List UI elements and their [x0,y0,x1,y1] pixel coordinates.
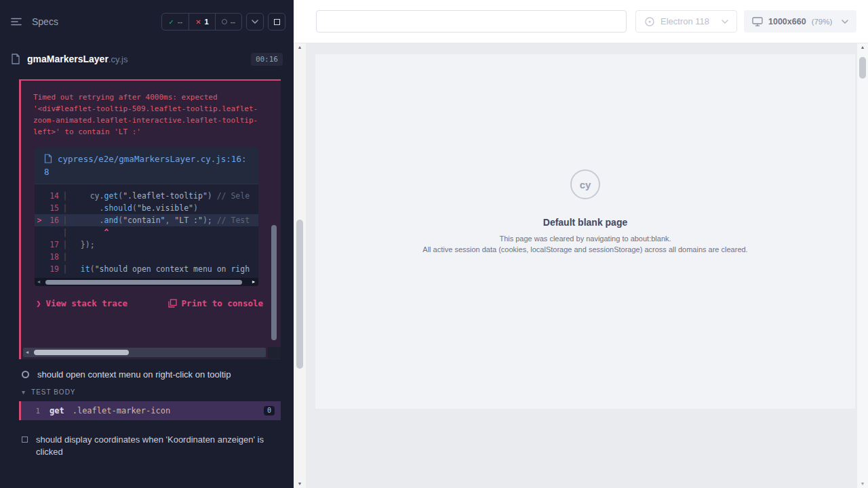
stop-run-button[interactable] [268,13,285,30]
code-segment: // Sele [217,191,250,201]
viewport-size-control[interactable]: 1000x660 (79%) [744,10,856,33]
gutter-pipe: | [59,214,71,226]
aut-scrollbar-thumb[interactable] [859,57,866,79]
print-to-console-label: Print to console [182,298,263,308]
reporter-header-left: Specs [8,15,58,28]
reporter-hscrollbar-thumb[interactable] [34,350,129,355]
aut-iframe: cy Default blank page This page was clea… [315,54,855,409]
scroll-left-arrow-icon[interactable]: ◂ [26,349,28,355]
stat-failed: ✕ 1 [189,14,215,30]
code-line: 15| .should("be.visible") [35,202,258,214]
code-segment: ".leaflet-tooltip" [123,191,208,201]
browser-label: Electron 118 [660,16,709,26]
command-element-count-badge: 0 [264,406,275,415]
gutter-pipe: | [59,226,71,239]
error-line-arrow [35,239,44,251]
scroll-down-arrow-icon[interactable]: ▼ [294,481,306,486]
code-line: 19| it("should open context menu on righ [35,263,258,275]
code-line: 18| [35,251,258,263]
spec-header-row[interactable]: gmaMarkersLayer.cy.js 00:16 [0,43,294,75]
error-line-arrow [35,263,44,275]
code-segment: ( [132,203,137,213]
code-segment: // Test [217,216,250,225]
chevron-down-icon: ▾ [22,388,25,396]
command-number: 1 [21,407,40,415]
gutter-pipe: | [59,190,71,202]
blank-page-message-2: All active session data (cookies, localS… [422,245,747,253]
code-frame-lines: 14| cy.get(".leaflet-tooltip") // Sele15… [35,184,258,278]
code-segment: "be.visible" [137,203,193,213]
test-item-coordinates[interactable]: should display coordinates when 'Koordin… [22,434,271,458]
reporter-vertical-scrollbar[interactable]: ▲ ▼ [294,43,306,488]
viewport-dimensions: 1000x660 [768,17,806,26]
aut-toolbar: Electron 118 1000x660 (79%) [294,0,868,43]
code-segment: and [104,216,118,225]
cypress-logo: cy [570,169,600,199]
gutter-pipe: | [59,263,71,275]
command-message: .leaflet-marker-icon [73,406,171,415]
code-segment: ) [208,191,217,201]
code-frame-file-link[interactable]: cypress/e2e/gmaMarkersLayer.cy.js:16:8 [44,154,246,177]
error-message: Timed out retrying after 4000ms: expecte… [33,92,264,138]
stat-pending: -- [215,14,241,30]
scroll-right-arrow-icon[interactable]: ▸ [252,279,255,285]
code-segment [71,228,104,237]
line-number: 19 [44,263,59,275]
error-line-arrow [35,202,44,214]
line-number: 18 [44,251,59,263]
collapse-all-button[interactable] [246,13,264,30]
reporter-panel: Specs ✓ -- ✕ 1 -- [0,0,294,488]
code-text: }); [71,239,95,251]
chevron-down-icon [722,20,728,24]
address-bar-input[interactable] [316,10,627,33]
test-body-label: TEST BODY [31,388,76,396]
gutter-pipe: | [59,202,71,214]
aut-vertical-scrollbar[interactable]: ▲ ▼ [857,43,868,488]
code-line: >16| .and("contain", "LT :"); // Test [35,214,258,226]
code-text: cy.get(".leaflet-tooltip") // Sele [71,190,250,202]
error-line-arrow [35,226,44,239]
code-frame-horizontal-scrollbar[interactable]: ◂ ▸ [35,278,258,286]
code-segment: get [104,191,118,201]
code-segment: ) [193,203,198,213]
scrollbar-corner [268,347,281,359]
view-stack-trace-link[interactable]: ❯ View stack trace [36,298,127,308]
test-item-context-menu[interactable]: should open context menu on right-click … [22,369,231,380]
test-body-collapsible[interactable]: ▾ TEST BODY [22,388,76,396]
cypress-runner-window: Specs ✓ -- ✕ 1 -- [0,0,868,488]
scroll-down-arrow-icon[interactable]: ▼ [857,481,868,486]
blank-page-message-1: This page was cleared by navigating to a… [499,235,671,243]
test-pending-square-icon [22,436,28,443]
chevron-right-icon: ❯ [36,298,41,308]
passed-count: -- [178,18,182,26]
code-segment: it [81,264,90,274]
line-number [44,226,59,239]
reporter-vscrollbar-thumb[interactable] [271,225,277,340]
print-to-console-link[interactable]: Print to console [168,298,263,308]
code-segment: "should open context menu on righ [95,264,250,274]
stat-passed: ✓ -- [162,14,189,30]
browser-select[interactable]: Electron 118 [635,10,737,33]
line-number: 15 [44,202,59,214]
chevron-down-icon [252,20,258,24]
line-number: 17 [44,239,59,251]
failed-count: 1 [205,18,209,26]
spec-name-base: gmaMarkersLayer [27,54,108,64]
scroll-left-arrow-icon[interactable]: ◂ [37,279,40,285]
scroll-up-arrow-icon[interactable]: ▲ [857,45,868,49]
spec-file-icon [11,54,20,64]
reporter-scrollbar-thumb[interactable] [296,220,303,369]
code-file-icon [44,154,52,163]
spec-duration-badge: 00:16 [251,53,283,66]
scroll-up-arrow-icon[interactable]: ▲ [294,45,306,49]
code-segment: ( [90,264,95,274]
command-log-row[interactable]: 1 get .leaflet-marker-icon 0 [19,401,281,420]
command-method: get [50,406,64,415]
specs-list-toggle-button[interactable] [8,15,25,28]
code-segment [71,264,81,274]
code-segment: . [71,203,104,213]
test-stats-group: ✓ -- ✕ 1 -- [161,13,242,30]
code-segment: "contain" [123,216,165,225]
reporter-horizontal-scrollbar[interactable]: ◂ [23,348,266,357]
code-frame-scrollbar-thumb[interactable] [45,280,242,285]
